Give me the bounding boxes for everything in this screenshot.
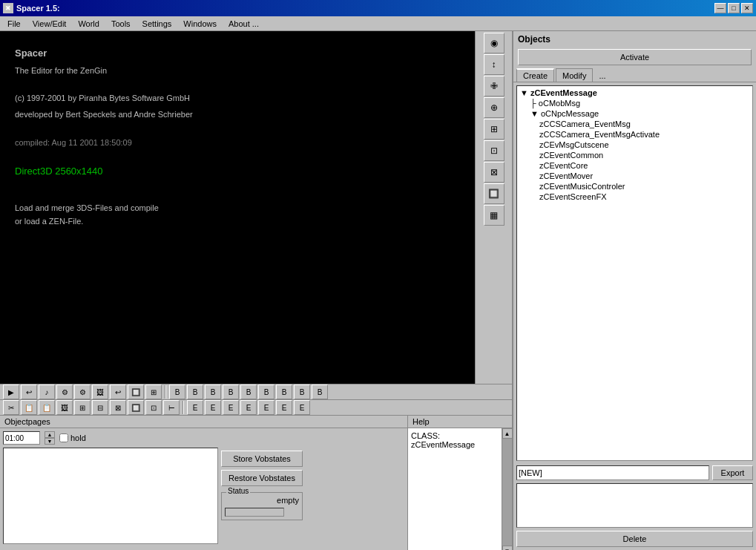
menu-windows[interactable]: Windows [177,18,223,30]
ext-btn-e6[interactable]: E [276,400,292,415]
tb-btn-b8[interactable]: B [294,384,310,399]
tb-btn-plus[interactable]: ⊞ [145,384,162,399]
export-button[interactable]: Export [712,465,753,480]
ext-btn-e3[interactable]: E [223,400,239,415]
tb-btn-b5[interactable]: B [240,384,257,399]
time-input[interactable] [3,431,40,445]
tree-item-zcevmsgcutscene[interactable]: zCEvMsgCutscene [519,140,751,150]
tool-btn-6[interactable]: ⊡ [484,140,504,161]
maximize-button[interactable]: □ [728,3,740,13]
load-text-line1: Load and merge 3DS-Files and compile [15,202,460,215]
tree-item-zceventmover[interactable]: zCEventMover [519,171,751,181]
store-vobstates-button[interactable]: Store Vobstates [221,451,303,467]
title-buttons: — □ ✕ [714,3,753,13]
restore-vobstates-button[interactable]: Restore Vobstates [221,470,303,486]
tb-btn-b3[interactable]: B [205,384,221,399]
tb-btn-b1[interactable]: B [169,384,185,399]
activate-button[interactable]: Activate [518,49,752,65]
ext-btn-e1[interactable]: E [187,400,203,415]
ext-btn-img[interactable]: 🖼 [56,400,73,415]
ext-btn-e4[interactable]: E [240,400,257,415]
scroll-track[interactable] [502,439,513,546]
tree-item-zccscamera-eventmsgactivate[interactable]: zCCSCamera_EventMsgActivate [519,129,751,140]
menu-file[interactable]: File [1,18,27,30]
tb-btn-b4[interactable]: B [223,384,239,399]
tree-item-ocnpcmessage[interactable]: ▼ oCNpcMessage [519,108,751,119]
help-inner: CLASS: zCEventMessage ▲ ▼ [408,428,512,550]
scroll-down-arrow[interactable]: ▼ [502,546,513,550]
tree-item-zceventmusiccontroler[interactable]: zCEventMusicControler [519,181,751,191]
ext-btn-e5[interactable]: E [258,400,275,415]
time-spinner[interactable]: ▲ ▼ [45,431,55,445]
tb-btn-b9[interactable]: B [312,384,328,399]
status-bar [225,508,284,517]
tb-btn-b2[interactable]: B [187,384,203,399]
spin-up[interactable]: ▲ [45,431,55,438]
tool-btn-5[interactable]: ⊞ [484,119,504,140]
menu-viewedit[interactable]: View/Edit [27,18,73,30]
ext-btn-copy[interactable]: 📋 [21,400,37,415]
menu-bar: File View/Edit World Tools Settings Wind… [0,16,756,31]
minimize-button[interactable]: — [714,3,726,13]
toolbar-sep-2 [183,401,184,414]
ext-btn-minus[interactable]: ⊟ [92,400,108,415]
tb-btn-b6[interactable]: B [258,384,275,399]
ext-btn-box2[interactable]: ⊡ [145,400,162,415]
tree-item-zceventmessage[interactable]: ▼ zCEventMessage [519,88,751,98]
tb-btn-back[interactable]: ↩ [110,384,126,399]
ext-btn-plus[interactable]: ⊞ [74,400,91,415]
close-button[interactable]: ✕ [741,3,753,13]
time-row: ▲ ▼ hold [3,431,404,445]
menu-settings[interactable]: Settings [137,18,178,30]
tb-btn-b7[interactable]: B [276,384,292,399]
tool-btn-4[interactable]: ⊕ [484,97,504,118]
help-scrollbar: ▲ ▼ [502,428,512,550]
tb-btn-arrow[interactable]: ▶ [3,384,19,399]
tb-btn-undo[interactable]: ↩ [21,384,37,399]
objects-tabs: Create Modify ... [513,68,756,82]
menu-world[interactable]: World [72,18,105,30]
ext-btn-x[interactable]: ⊠ [110,400,126,415]
objectpages-list[interactable] [3,448,218,544]
delete-button[interactable]: Delete [516,531,753,547]
tab-create[interactable]: Create [516,68,554,82]
copyright-line2: developed by Bert Speckels and Andre Sch… [15,108,460,122]
tb-btn-image[interactable]: 🖼 [92,384,108,399]
tool-btn-8[interactable]: 🔲 [484,183,504,204]
menu-about[interactable]: About ... [223,18,265,30]
tool-btn-7[interactable]: ⊠ [484,162,504,183]
app-name: Spacer [15,46,460,62]
objects-tree[interactable]: ▼ zCEventMessage ├ oCMobMsg ▼ oCNpcMessa… [516,85,753,461]
ext-btn-e2[interactable]: E [205,400,221,415]
tb-btn-grid[interactable]: 🔲 [128,384,144,399]
tool-btn-3[interactable]: ✙ [484,76,504,96]
tb-btn-sound[interactable]: ♪ [39,384,55,399]
ext-btn-paste[interactable]: 📋 [39,400,55,415]
spin-down[interactable]: ▼ [45,438,55,445]
tool-btn-9[interactable]: ▦ [484,205,504,226]
ext-btn-box1[interactable]: 🔲 [128,400,144,415]
status-legend: Status [226,487,250,495]
tab-dots[interactable]: ... [594,70,610,82]
ext-btn-scissors[interactable]: ✂ [3,400,19,415]
menu-tools[interactable]: Tools [105,18,137,30]
tree-item-zceventscreenfx[interactable]: zCEventScreenFX [519,191,751,202]
tree-item-zceventcore[interactable]: zCEventCore [519,160,751,171]
tb-btn-gear1[interactable]: ⚙ [56,384,73,399]
scroll-up-arrow[interactable]: ▲ [502,428,513,439]
tool-btn-1[interactable]: ◉ [484,33,504,53]
hold-checkbox[interactable] [59,433,68,442]
app-icon: ✖ [3,3,13,13]
objectpages-title: Objectpages [0,416,407,428]
tree-item-zccscamera-eventmsg[interactable]: zCCSCamera_EventMsg [519,119,751,129]
new-input[interactable] [516,465,709,480]
tree-item-ocmobmsg[interactable]: ├ oCMobMsg [519,98,751,108]
tab-modify[interactable]: Modify [556,68,593,82]
tb-btn-gear2[interactable]: ⚙ [74,384,91,399]
viewport-toolbar-strip: ◉ ↕ ✙ ⊕ ⊞ ⊡ ⊠ 🔲 ▦ [475,31,512,384]
tool-btn-2[interactable]: ↕ [484,54,504,75]
direct3d-text: Direct3D 2560x1440 [15,164,460,180]
ext-btn-dash[interactable]: ⊢ [163,400,180,415]
ext-btn-e7[interactable]: E [294,400,310,415]
tree-item-zceventcommon[interactable]: zCEventCommon [519,150,751,160]
